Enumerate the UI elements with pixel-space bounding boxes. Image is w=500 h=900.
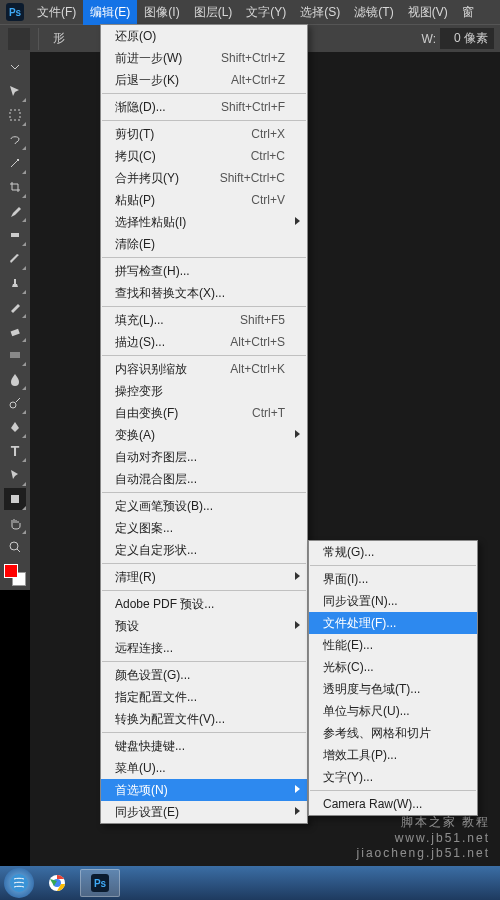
edit-menu-item[interactable]: 转换为配置文件(V)... [101,708,307,730]
crop-tool[interactable] [4,176,26,198]
menu-item-label: 定义画笔预设(B)... [115,498,213,515]
edit-menu-item[interactable]: 还原(O) [101,25,307,47]
prefs-menu-item[interactable]: 光标(C)... [309,656,477,678]
edit-menu-item[interactable]: 清理(R) [101,566,307,588]
menu-item-label: 菜单(U)... [115,760,166,777]
menu-shortcut: Shift+Ctrl+F [221,100,285,114]
prefs-menu-item[interactable]: 单位与标尺(U)... [309,700,477,722]
menu-separator [310,790,476,791]
edit-menu-item[interactable]: 后退一步(K)Alt+Ctrl+Z [101,69,307,91]
wand-tool[interactable] [4,152,26,174]
edit-menu-item[interactable]: 选择性粘贴(I) [101,211,307,233]
svg-rect-1 [11,233,19,237]
eraser-tool[interactable] [4,320,26,342]
menu-item-label: 自动混合图层... [115,471,197,488]
edit-menu-item[interactable]: 剪切(T)Ctrl+X [101,123,307,145]
menu-file[interactable]: 文件(F) [30,0,83,25]
edit-menu-item[interactable]: 操控变形 [101,380,307,402]
menu-separator [102,257,306,258]
menu-item-label: Adobe PDF 预设... [115,596,214,613]
svg-rect-3 [10,352,20,358]
edit-menu-item[interactable]: 拷贝(C)Ctrl+C [101,145,307,167]
prefs-menu-item[interactable]: 透明度与色域(T)... [309,678,477,700]
edit-menu-item[interactable]: 拼写检查(H)... [101,260,307,282]
edit-menu-dropdown: 还原(O)前进一步(W)Shift+Ctrl+Z后退一步(K)Alt+Ctrl+… [100,24,308,824]
start-button[interactable] [4,868,34,898]
edit-menu-item[interactable]: 填充(L)...Shift+F5 [101,309,307,331]
eyedropper-tool[interactable] [4,200,26,222]
edit-menu-item[interactable]: 描边(S)...Alt+Ctrl+S [101,331,307,353]
width-input[interactable]: 0 像素 [440,28,494,49]
edit-menu-item[interactable]: 自动混合图层... [101,468,307,490]
edit-menu-item[interactable]: 自由变换(F)Ctrl+T [101,402,307,424]
edit-menu-item[interactable]: 定义自定形状... [101,539,307,561]
edit-menu-item[interactable]: 清除(E) [101,233,307,255]
prefs-menu-item[interactable]: 参考线、网格和切片 [309,722,477,744]
menu-image[interactable]: 图像(I) [137,0,186,25]
prefs-menu-item[interactable]: 性能(E)... [309,634,477,656]
edit-menu-item[interactable]: 渐隐(D)...Shift+Ctrl+F [101,96,307,118]
edit-menu-item[interactable]: 内容识别缩放Alt+Ctrl+K [101,358,307,380]
brush-tool[interactable] [4,248,26,270]
gradient-tool[interactable] [4,344,26,366]
menu-item-label: 单位与标尺(U)... [323,703,410,720]
prefs-menu-item[interactable]: 常规(G)... [309,541,477,563]
prefs-menu-item[interactable]: 界面(I)... [309,568,477,590]
edit-menu-item[interactable]: 粘贴(P)Ctrl+V [101,189,307,211]
edit-menu-item[interactable]: 指定配置文件... [101,686,307,708]
edit-menu-item[interactable]: 前进一步(W)Shift+Ctrl+Z [101,47,307,69]
color-swatch[interactable] [4,564,26,586]
menu-item-label: 键盘快捷键... [115,738,185,755]
prefs-menu-item[interactable]: 文件处理(F)... [309,612,477,634]
menu-edit[interactable]: 编辑(E) [83,0,137,25]
prefs-menu-item[interactable]: Camera Raw(W)... [309,793,477,815]
stamp-tool[interactable] [4,272,26,294]
path-select-tool[interactable] [4,464,26,486]
shape-tool[interactable] [4,488,26,510]
menu-shortcut: Ctrl+C [251,149,285,163]
menu-type[interactable]: 文字(Y) [239,0,293,25]
edit-menu-item[interactable]: 远程连接... [101,637,307,659]
taskbar-photoshop[interactable]: Ps [80,869,120,897]
edit-menu-item[interactable]: 定义画笔预设(B)... [101,495,307,517]
heal-tool[interactable] [4,224,26,246]
menu-select[interactable]: 选择(S) [293,0,347,25]
edit-menu-item[interactable]: 同步设置(E) [101,801,307,823]
edit-menu-item[interactable]: 自动对齐图层... [101,446,307,468]
marquee-tool[interactable] [4,104,26,126]
edit-menu-item[interactable]: 菜单(U)... [101,757,307,779]
menu-item-label: 参考线、网格和切片 [323,725,431,742]
edit-menu-item[interactable]: 预设 [101,615,307,637]
tool-preset-icon[interactable] [8,28,30,50]
pen-tool[interactable] [4,416,26,438]
history-brush-tool[interactable] [4,296,26,318]
edit-menu-item[interactable]: 变换(A) [101,424,307,446]
menu-item-label: 清理(R) [115,569,156,586]
dodge-tool[interactable] [4,392,26,414]
menu-item-label: 光标(C)... [323,659,374,676]
type-tool[interactable]: T [4,440,26,462]
menu-shortcut: Alt+Ctrl+K [230,362,285,376]
blur-tool[interactable] [4,368,26,390]
menu-filter[interactable]: 滤镜(T) [347,0,400,25]
edit-menu-item[interactable]: 键盘快捷键... [101,735,307,757]
edit-menu-item[interactable]: 首选项(N) [101,779,307,801]
taskbar-chrome[interactable] [37,869,77,897]
prefs-menu-item[interactable]: 同步设置(N)... [309,590,477,612]
edit-menu-item[interactable]: 颜色设置(G)... [101,664,307,686]
hand-tool[interactable] [4,512,26,534]
edit-menu-item[interactable]: 查找和替换文本(X)... [101,282,307,304]
prefs-menu-item[interactable]: 增效工具(P)... [309,744,477,766]
zoom-tool[interactable] [4,536,26,558]
prefs-menu-item[interactable]: 文字(Y)... [309,766,477,788]
menu-view[interactable]: 视图(V) [401,0,455,25]
menu-layer[interactable]: 图层(L) [187,0,240,25]
move-tool[interactable] [4,80,26,102]
edit-menu-item[interactable]: 合并拷贝(Y)Shift+Ctrl+C [101,167,307,189]
edit-menu-item[interactable]: Adobe PDF 预设... [101,593,307,615]
submenu-arrow-icon [293,784,301,794]
lasso-tool[interactable] [4,128,26,150]
edit-menu-item[interactable]: 定义图案... [101,517,307,539]
expand-icon[interactable] [4,56,26,78]
menu-window[interactable]: 窗 [455,0,481,25]
